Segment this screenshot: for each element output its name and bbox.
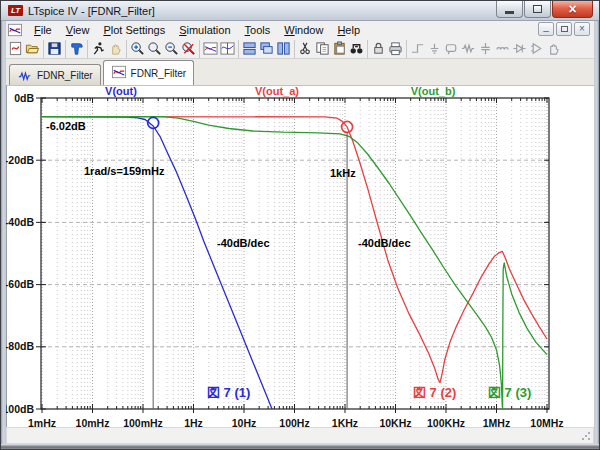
capacitor-icon	[477, 40, 494, 58]
zoom-area-icon[interactable]	[146, 40, 163, 58]
schematic-icon	[17, 67, 33, 83]
annotation: 1rad/s=159mHz	[84, 165, 165, 177]
resize-grip-icon[interactable]	[581, 431, 591, 441]
menu-item-plot-settings[interactable]: Plot Settings	[96, 23, 172, 37]
y-axis-label: -60dB	[5, 278, 35, 290]
annotation: -40dB/dec	[217, 237, 270, 249]
annotation: 図 7 (1)	[207, 385, 250, 400]
tab-label: FDNR_Filter	[131, 68, 187, 79]
menu-item-window[interactable]: Window	[277, 23, 330, 37]
wire-icon	[409, 40, 426, 58]
run-icon[interactable]	[90, 40, 107, 58]
control-panel-icon[interactable]	[68, 40, 85, 58]
legend-V(out_a)[interactable]: V(out_a)	[255, 85, 299, 97]
legend-V(out)[interactable]: V(out)	[105, 85, 137, 97]
menu-item-help[interactable]: Help	[330, 23, 367, 37]
close-button[interactable]: ×	[552, 1, 593, 18]
find-icon[interactable]	[348, 40, 365, 58]
y-axis-label: -20dB	[5, 154, 35, 166]
minimize-icon	[505, 11, 514, 14]
status-text	[7, 433, 11, 444]
toolbar-group	[5, 40, 44, 58]
tile-horizontal-icon[interactable]	[241, 40, 258, 58]
window-border-left[interactable]	[1, 21, 6, 449]
inductor-icon	[494, 40, 511, 58]
mdi-minimize-button[interactable]: –	[538, 22, 554, 36]
autorange-y-icon[interactable]	[202, 40, 219, 58]
y-axis-label: 0dB	[14, 92, 34, 104]
y-axis-label: -80dB	[5, 340, 35, 352]
toolbar-group	[44, 40, 66, 58]
minimize-button[interactable]	[496, 1, 523, 18]
annotation: 1kHz	[330, 167, 356, 179]
menu-item-view[interactable]: View	[59, 23, 97, 37]
toolbar-group	[239, 40, 295, 58]
resistor-icon	[460, 40, 477, 58]
close-icon: ×	[568, 2, 576, 16]
y-axis-label: -40dB	[5, 216, 35, 228]
window-border-right[interactable]	[594, 21, 599, 449]
menu-item-file[interactable]: File	[27, 23, 59, 37]
toolbar-group	[407, 40, 564, 58]
annotation: -40dB/dec	[358, 237, 411, 249]
menu-item-simulation[interactable]: Simulation	[172, 23, 237, 37]
toolbar-group	[88, 40, 127, 58]
waveform-app-icon	[6, 23, 24, 37]
zoom-extents-icon[interactable]	[180, 40, 197, 58]
zoom-out-icon[interactable]	[163, 40, 180, 58]
menu-bar: FileViewPlot SettingsSimulationToolsWind…	[2, 21, 598, 39]
window-controls: ×	[495, 1, 593, 18]
tab-fdnr_filter-plot[interactable]: FDNR_Filter	[103, 60, 195, 85]
trace-V(out_a)	[42, 117, 547, 383]
print-icon[interactable]	[387, 40, 404, 58]
bode-plot-canvas[interactable]: 1mHz10mHz100mHz1Hz10Hz100Hz1KHz10KHz100K…	[1, 85, 600, 430]
mdi-window-controls: –×	[538, 22, 590, 36]
tab-label: FDNR_Filter	[37, 70, 93, 81]
paste-icon[interactable]	[331, 40, 348, 58]
diode-icon	[511, 40, 528, 58]
toolbar	[2, 39, 598, 59]
mdi-close-button[interactable]: ×	[574, 22, 590, 36]
ltspice-window: LT LTspice IV - [FDNR_Filter] × FileView…	[0, 0, 600, 450]
waveform-icon	[111, 65, 127, 81]
toolbar-group	[200, 40, 239, 58]
plot-settings-icon[interactable]	[219, 40, 236, 58]
save-icon[interactable]	[46, 40, 63, 58]
drag-icon	[545, 40, 562, 58]
menu-item-tools[interactable]: Tools	[238, 23, 278, 37]
annotation: 図 7 (2)	[413, 385, 456, 400]
new-schematic-icon[interactable]	[7, 40, 24, 58]
lock-icon[interactable]	[370, 40, 387, 58]
restore-button[interactable]	[524, 1, 551, 18]
y-axis-label: -100dB	[1, 403, 34, 415]
copy-icon[interactable]	[314, 40, 331, 58]
component-icon	[528, 40, 545, 58]
toolbar-group	[295, 40, 368, 58]
menu-items: FileViewPlot SettingsSimulationToolsWind…	[27, 23, 367, 37]
annotation: -6.02dB	[46, 120, 86, 132]
cut-icon[interactable]	[297, 40, 314, 58]
legend-V(out_b)[interactable]: V(out_b)	[411, 85, 456, 97]
toolbar-group	[127, 40, 200, 58]
cascade-icon[interactable]	[258, 40, 275, 58]
ground-icon	[426, 40, 443, 58]
annotation: 図 7 (3)	[488, 385, 531, 400]
window-title: LTspice IV - [FDNR_Filter]	[28, 5, 155, 17]
tab-bar: FDNR_FilterFDNR_Filter	[2, 59, 598, 85]
open-icon[interactable]	[24, 40, 41, 58]
ltspice-logo-icon: LT	[8, 5, 23, 16]
restore-icon	[533, 5, 542, 13]
window-border-bottom[interactable]	[1, 444, 599, 449]
status-bar	[6, 427, 594, 444]
net-label-icon	[443, 40, 460, 58]
toolbar-group	[66, 40, 88, 58]
halt-icon	[107, 40, 124, 58]
tab-fdnr_filter-schematic[interactable]: FDNR_Filter	[9, 64, 101, 85]
mdi-restore-button[interactable]	[556, 22, 572, 36]
zoom-in-icon[interactable]	[129, 40, 146, 58]
toolbar-group	[368, 40, 407, 58]
tile-vertical-icon[interactable]	[275, 40, 292, 58]
